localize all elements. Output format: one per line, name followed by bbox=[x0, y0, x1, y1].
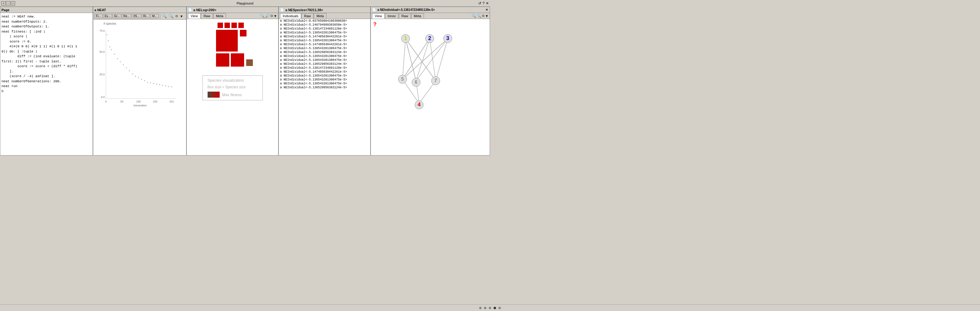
svg-rect-43 bbox=[240, 30, 247, 36]
tab-meta[interactable]: Meta bbox=[213, 13, 226, 18]
target-icon[interactable]: ⊙ bbox=[270, 14, 273, 18]
code-line: #(#(0 0 0) #(0 1 1) #(1 0 1) #(1 1 bbox=[2, 44, 91, 49]
zoom-in-icon[interactable]: 🔍 bbox=[260, 14, 265, 18]
legend-title: Species visualization bbox=[208, 78, 258, 83]
target-icon[interactable]: ⊙ bbox=[175, 14, 179, 18]
minimize-btn[interactable]: − bbox=[6, 1, 10, 5]
list-item[interactable]: a NEIndividual<-5.136147234891128e-5> bbox=[279, 66, 370, 70]
svg-line-49 bbox=[402, 38, 406, 79]
list-item[interactable]: a NEIndividual<-5.147485630442261e-5> bbox=[279, 70, 370, 74]
refresh-icon[interactable]: ↺ bbox=[478, 1, 481, 5]
svg-rect-45 bbox=[231, 53, 244, 67]
more-icon[interactable]: ▼ bbox=[179, 14, 184, 18]
svg-text:4: 4 bbox=[418, 102, 421, 108]
list-item[interactable]: a NEIndividual<-5.136529856383124e-5> bbox=[279, 86, 370, 89]
neat-toolbar-ev[interactable]: Ev... bbox=[103, 14, 112, 18]
tab-meta-species[interactable]: Meta bbox=[314, 13, 326, 18]
question-mark: ? bbox=[373, 21, 377, 28]
zoom-in-icon[interactable]: 🔍 bbox=[161, 14, 167, 18]
list-item[interactable]: a NEIndividual<-5.136543201306475e-5> bbox=[279, 38, 370, 43]
window-title: Playground bbox=[237, 2, 253, 5]
svg-text:3: 3 bbox=[446, 35, 449, 41]
list-item[interactable]: a NEIndividual<-5.136543201306475e-5> bbox=[279, 82, 370, 86]
neat-toolbar-fi[interactable]: Fi... bbox=[94, 14, 103, 18]
neat-chart-svg: 75.0 50.0 25.0 0.0 0 50 100 150 201 Gene… bbox=[99, 25, 178, 122]
svg-line-54 bbox=[430, 38, 436, 81]
more-icon-ind[interactable]: ▼ bbox=[485, 14, 488, 18]
svg-line-62 bbox=[402, 38, 448, 79]
nespecies-panel: 📄 a NESpecies<78211,38> Individuals Raw … bbox=[278, 6, 371, 156]
code-line: neat run bbox=[2, 84, 91, 89]
svg-point-24 bbox=[138, 77, 139, 78]
neat-toolbar-m[interactable]: M... bbox=[151, 14, 159, 18]
target-icon-ind[interactable]: ⊙ bbox=[482, 14, 485, 18]
page-panel-header: Page bbox=[0, 7, 92, 13]
list-item[interactable]: a NEIndividual<-0.037650804106308030> bbox=[279, 19, 370, 23]
nespecies-tab-bar: Individuals Raw Meta bbox=[280, 13, 369, 18]
neat-toolbar-re[interactable]: Re... bbox=[122, 14, 131, 18]
neat-toolbar-s[interactable]: #S... bbox=[132, 14, 141, 18]
species-boxes-svg bbox=[199, 20, 266, 73]
svg-point-25 bbox=[141, 79, 142, 80]
list-item[interactable]: a NEIndividual<-5.147485630442261e-5> bbox=[279, 35, 370, 38]
neindividual-close-btn[interactable]: ✕ bbox=[485, 8, 488, 11]
code-line: (score / -4) asFloat ]. bbox=[2, 74, 91, 79]
tab-raw-ind[interactable]: Raw bbox=[399, 13, 411, 18]
code-line: neat numberOfOutputs: 1. bbox=[2, 24, 91, 29]
list-item[interactable]: a NEIndividual<-5.136543201306475e-5> bbox=[279, 74, 370, 78]
svg-text:100: 100 bbox=[136, 100, 141, 103]
page-panel: Page neat := NEAT new. neat numberOfInpu… bbox=[0, 6, 93, 156]
svg-line-53 bbox=[416, 38, 430, 81]
zoom-out-icon-ind[interactable]: 🔍 bbox=[477, 14, 481, 18]
zoom-out-icon[interactable]: 🔍 bbox=[168, 14, 174, 18]
list-item[interactable]: a NEIndividual<-5.136147234891128e-5> bbox=[279, 27, 370, 31]
window-controls[interactable]: × − □ bbox=[1, 1, 15, 5]
svg-point-32 bbox=[162, 85, 163, 86]
svg-point-17 bbox=[117, 58, 118, 59]
tab-meta-ind[interactable]: Meta bbox=[411, 13, 424, 18]
svg-point-15 bbox=[111, 49, 112, 50]
zoom-in-icon-ind[interactable]: 🔍 bbox=[472, 14, 476, 18]
list-item[interactable]: a NEIndividual<-5.136543201306475e-5> bbox=[279, 58, 370, 62]
tab-view[interactable]: View bbox=[188, 13, 200, 19]
individuals-list[interactable]: a NEIndividual<-0.037650804106308030> a … bbox=[279, 19, 370, 155]
neat-toolbar-ri[interactable]: Ri... bbox=[142, 14, 150, 18]
list-item[interactable]: a NEIndividual<-5.136529856383124e-5> bbox=[279, 50, 370, 54]
svg-point-27 bbox=[147, 82, 148, 83]
help-icon[interactable]: ? bbox=[482, 1, 485, 5]
close-btn[interactable]: × bbox=[1, 1, 5, 5]
list-item[interactable]: a NEIndividual<-5.147485630442261e-5> bbox=[279, 43, 370, 46]
more-icon[interactable]: ▼ bbox=[274, 14, 277, 18]
neat-panel: a NEAT Fi... Ev... Gr... Re... #S... Ri.… bbox=[93, 6, 186, 156]
list-item[interactable]: a NEIndividual<-5.136529856383124e-5> bbox=[279, 62, 370, 66]
page-code-area[interactable]: neat := NEAT new. neat numberOfInputs: 2… bbox=[0, 13, 92, 155]
svg-point-22 bbox=[132, 73, 133, 75]
code-line: ]. bbox=[2, 69, 91, 74]
svg-line-63 bbox=[402, 38, 430, 79]
neat-toolbar-gr[interactable]: Gr... bbox=[113, 14, 121, 18]
svg-point-31 bbox=[159, 84, 160, 85]
tab-raw-species[interactable]: Raw bbox=[301, 13, 313, 18]
window-close-icon[interactable]: ✕ bbox=[486, 1, 489, 5]
page-panel-title: Page bbox=[2, 8, 10, 12]
list-item[interactable]: a NEIndividual<-5.136543201306475e-5> bbox=[279, 46, 370, 50]
maximize-btn[interactable]: □ bbox=[11, 1, 15, 5]
tab-view-ind[interactable]: View bbox=[372, 13, 385, 19]
legend-box-row: Max fitness bbox=[208, 92, 258, 98]
svg-rect-42 bbox=[216, 30, 238, 52]
list-item[interactable]: a NEIndividual<-5.136543201306475e-5> bbox=[279, 54, 370, 58]
zoom-out-icon[interactable]: 🔍 bbox=[265, 14, 270, 18]
list-item[interactable]: a NEIndividual<-5.246794999383658e-5> bbox=[279, 23, 370, 27]
tab-innov[interactable]: Innov bbox=[385, 13, 399, 18]
tab-individuals[interactable]: Individuals bbox=[280, 13, 301, 19]
svg-rect-39 bbox=[224, 22, 230, 28]
svg-text:150: 150 bbox=[153, 100, 157, 103]
tab-raw[interactable]: Raw bbox=[201, 13, 213, 18]
chart-y-label: # species bbox=[103, 22, 116, 25]
list-item[interactable]: a NEIndividual<-5.136543201306475e-5> bbox=[279, 78, 370, 82]
neat-chart-area: # species 75.0 50.0 25.0 0.0 0 50 100 15… bbox=[93, 20, 186, 155]
list-item[interactable]: a NEIndividual<-5.136543201306475e-5> bbox=[279, 31, 370, 35]
svg-rect-48 bbox=[246, 59, 253, 66]
svg-point-29 bbox=[153, 83, 154, 84]
svg-point-12 bbox=[106, 34, 107, 35]
